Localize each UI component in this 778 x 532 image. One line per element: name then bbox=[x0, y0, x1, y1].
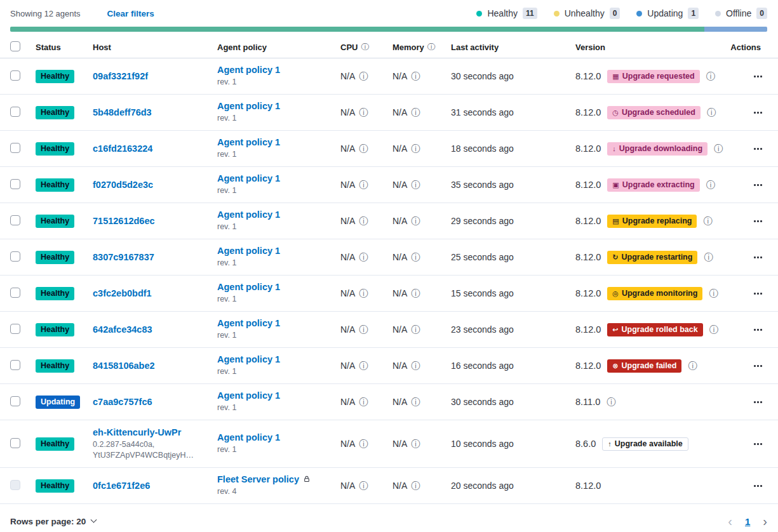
host-link[interactable]: 5b48deff76d3 bbox=[93, 107, 152, 117]
info-icon[interactable]: ⓘ bbox=[359, 481, 368, 490]
next-page-button[interactable]: › bbox=[763, 515, 767, 528]
row-actions-button[interactable] bbox=[751, 325, 765, 335]
info-icon[interactable]: ⓘ bbox=[411, 144, 420, 153]
row-actions-button[interactable] bbox=[751, 289, 765, 298]
info-icon[interactable]: ⓘ bbox=[359, 216, 368, 225]
host-link[interactable]: 09af3321f92f bbox=[93, 71, 148, 81]
row-checkbox[interactable] bbox=[10, 324, 20, 334]
legend-item-updating[interactable]: Updating1 bbox=[636, 8, 699, 19]
host-link[interactable]: 642afce34c83 bbox=[93, 324, 152, 335]
row-actions-button[interactable] bbox=[751, 439, 765, 449]
row-checkbox[interactable] bbox=[10, 360, 20, 370]
agent-policy-link[interactable]: Agent policy 1 bbox=[217, 209, 280, 220]
info-icon[interactable]: ⓘ bbox=[411, 108, 420, 117]
info-icon[interactable]: ⓘ bbox=[411, 397, 420, 406]
row-checkbox[interactable] bbox=[10, 251, 20, 262]
agent-policy-link[interactable]: Agent policy 1 bbox=[217, 390, 280, 401]
host-link[interactable]: eh-Kittencurly-UwPr bbox=[93, 427, 181, 437]
agent-policy-link[interactable]: Agent policy 1 bbox=[217, 65, 280, 75]
column-header-memory[interactable]: Memoryⓘ bbox=[392, 43, 451, 52]
column-header-last-activity[interactable]: Last activity bbox=[451, 43, 575, 52]
row-actions-button[interactable] bbox=[751, 361, 765, 371]
info-icon[interactable]: ⓘ bbox=[359, 361, 368, 370]
info-icon[interactable]: ⓘ bbox=[706, 180, 715, 189]
info-icon[interactable]: ⓘ bbox=[411, 361, 420, 370]
info-icon[interactable]: ⓘ bbox=[714, 144, 723, 153]
row-actions-button[interactable] bbox=[751, 397, 765, 407]
select-all-checkbox[interactable] bbox=[10, 41, 20, 51]
row-actions-button[interactable] bbox=[751, 108, 765, 117]
host-link[interactable]: c16fd2163224 bbox=[93, 143, 152, 154]
legend-item-offline[interactable]: Offline0 bbox=[715, 8, 767, 19]
info-icon[interactable]: ⓘ bbox=[411, 253, 420, 262]
info-icon[interactable]: ⓘ bbox=[411, 216, 420, 225]
agent-policy-link[interactable]: Agent policy 1 bbox=[217, 173, 280, 183]
row-checkbox[interactable] bbox=[10, 107, 20, 117]
info-icon[interactable]: ⓘ bbox=[359, 289, 368, 298]
row-actions-button[interactable] bbox=[751, 216, 765, 226]
info-icon[interactable]: ⓘ bbox=[411, 481, 420, 490]
previous-page-button[interactable]: ‹ bbox=[728, 515, 732, 528]
row-actions-button[interactable] bbox=[751, 72, 765, 81]
row-actions-button[interactable] bbox=[751, 180, 765, 190]
info-icon[interactable]: ⓘ bbox=[359, 397, 368, 406]
row-checkbox[interactable] bbox=[10, 179, 20, 189]
info-icon[interactable]: ⓘ bbox=[704, 253, 713, 262]
agent-policy-link[interactable]: Agent policy 1 bbox=[217, 354, 280, 364]
host-link[interactable]: 84158106abe2 bbox=[93, 361, 155, 371]
info-icon[interactable]: ⓘ bbox=[411, 325, 420, 334]
column-header-version[interactable]: Version bbox=[575, 43, 723, 52]
agent-policy-link[interactable]: Agent policy 1 bbox=[217, 246, 280, 256]
column-header-host[interactable]: Host bbox=[93, 43, 217, 52]
agent-policy-link[interactable]: Agent policy 1 bbox=[217, 137, 280, 147]
host-link[interactable]: c7aa9c757fc6 bbox=[93, 397, 152, 407]
agent-policy-link[interactable]: Agent policy 1 bbox=[217, 282, 280, 292]
row-checkbox[interactable] bbox=[10, 438, 20, 448]
info-icon[interactable]: ⓘ bbox=[359, 144, 368, 153]
row-checkbox[interactable] bbox=[10, 70, 20, 81]
rows-per-page-selector[interactable]: Rows per page: 20 bbox=[10, 517, 96, 526]
info-icon[interactable]: ⓘ bbox=[359, 180, 368, 189]
host-link[interactable]: 0fc1e671f2e6 bbox=[93, 481, 150, 491]
row-actions-button[interactable] bbox=[751, 481, 765, 491]
host-link[interactable]: f0270d5d2e3c bbox=[93, 180, 153, 190]
column-header-cpu[interactable]: CPUⓘ bbox=[340, 43, 392, 52]
row-actions-button[interactable] bbox=[751, 144, 765, 154]
clear-filters-link[interactable]: Clear filters bbox=[107, 9, 154, 18]
info-icon[interactable]: ⓘ bbox=[607, 397, 615, 406]
info-icon[interactable]: ⓘ bbox=[703, 216, 712, 225]
column-header-status[interactable]: Status bbox=[36, 43, 93, 52]
row-checkbox[interactable] bbox=[10, 288, 20, 298]
agent-policy-link[interactable]: Agent policy 1 bbox=[217, 318, 280, 328]
host-link[interactable]: 71512612d6ec bbox=[93, 216, 155, 226]
info-icon[interactable]: ⓘ bbox=[361, 43, 369, 51]
page-number-1[interactable]: 1 bbox=[745, 516, 750, 527]
info-icon[interactable]: ⓘ bbox=[427, 43, 436, 51]
row-checkbox[interactable] bbox=[10, 215, 20, 225]
info-icon[interactable]: ⓘ bbox=[411, 72, 420, 81]
agent-policy-link[interactable]: Agent policy 1 bbox=[217, 432, 280, 442]
host-link[interactable]: 8307c9167837 bbox=[93, 252, 154, 262]
info-icon[interactable]: ⓘ bbox=[359, 108, 368, 117]
legend-item-healthy[interactable]: Healthy11 bbox=[476, 8, 537, 19]
info-icon[interactable]: ⓘ bbox=[706, 72, 715, 81]
agent-policy-link[interactable]: Fleet Server policy bbox=[217, 474, 299, 484]
info-icon[interactable]: ⓘ bbox=[709, 325, 718, 334]
row-actions-button[interactable] bbox=[751, 253, 765, 262]
info-icon[interactable]: ⓘ bbox=[359, 253, 368, 262]
info-icon[interactable]: ⓘ bbox=[709, 289, 718, 298]
info-icon[interactable]: ⓘ bbox=[707, 108, 716, 117]
host-link[interactable]: c3fc2eb0bdf1 bbox=[93, 288, 152, 298]
legend-item-unhealthy[interactable]: Unhealthy0 bbox=[554, 8, 620, 19]
info-icon[interactable]: ⓘ bbox=[359, 325, 368, 334]
info-icon[interactable]: ⓘ bbox=[688, 361, 697, 370]
info-icon[interactable]: ⓘ bbox=[359, 439, 368, 448]
info-icon[interactable]: ⓘ bbox=[411, 439, 420, 448]
info-icon[interactable]: ⓘ bbox=[359, 72, 368, 81]
info-icon[interactable]: ⓘ bbox=[411, 180, 420, 189]
info-icon[interactable]: ⓘ bbox=[411, 289, 420, 298]
agent-policy-link[interactable]: Agent policy 1 bbox=[217, 101, 280, 111]
column-header-agent-policy[interactable]: Agent policy bbox=[217, 43, 340, 52]
row-checkbox[interactable] bbox=[10, 143, 20, 153]
row-checkbox[interactable] bbox=[10, 396, 20, 406]
